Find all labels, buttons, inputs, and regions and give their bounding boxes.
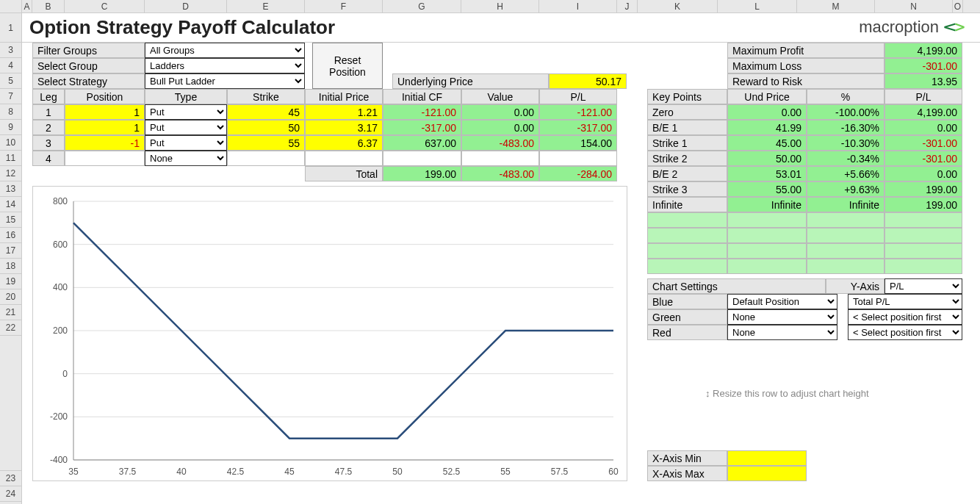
leg-position[interactable] — [65, 151, 145, 166]
svg-text:-400: -400 — [50, 455, 68, 465]
svg-text:45: 45 — [284, 467, 295, 477]
payoff-chart: -400-20002004006008003537.54042.54547.55… — [32, 186, 627, 481]
select-group-label: Select Group — [32, 58, 145, 73]
leg-strike[interactable]: 55 — [227, 135, 305, 151]
leg-type-select[interactable]: None — [145, 151, 227, 166]
filter-groups-select[interactable]: All Groups — [145, 43, 305, 58]
leg-icf — [383, 151, 461, 166]
select-group-select[interactable]: Ladders — [145, 58, 305, 73]
reward-risk-value: 13.95 — [884, 73, 962, 89]
svg-text:200: 200 — [53, 325, 68, 336]
reset-position-button[interactable]: ResetPosition — [312, 43, 383, 89]
leg-type-select[interactable]: Put — [145, 104, 227, 120]
leg-strike[interactable]: 50 — [227, 120, 305, 135]
filter-groups-label: Filter Groups — [32, 43, 145, 58]
kp-price: 50.00 — [727, 151, 807, 166]
hdr-iprice: Initial Price — [305, 89, 383, 104]
resize-hint: ↕ Resize this row to adjust chart height — [705, 388, 869, 399]
svg-text:47.5: 47.5 — [335, 467, 353, 477]
red-label: Red — [647, 325, 727, 340]
kp-hdr-3: P/L — [884, 89, 962, 104]
leg-position[interactable]: 1 — [65, 120, 145, 135]
kp-pl: 199.00 — [884, 181, 962, 197]
leg-icf: -317.00 — [383, 120, 461, 135]
hdr-icf: Initial CF — [383, 89, 461, 104]
kp-pl: -301.00 — [884, 135, 962, 151]
leg-iprice[interactable]: 6.37 — [305, 135, 383, 151]
leg-value — [461, 151, 539, 166]
leg-icf: 637.00 — [383, 135, 461, 151]
kp-label: Strike 3 — [647, 181, 727, 197]
svg-text:60: 60 — [608, 467, 619, 477]
kp-hdr-0: Key Points — [647, 89, 727, 104]
underlying-price-value[interactable]: 50.17 — [549, 73, 627, 89]
svg-text:37.5: 37.5 — [119, 467, 137, 477]
xmax-value[interactable] — [727, 466, 807, 481]
svg-text:400: 400 — [53, 282, 68, 292]
kp-price: 53.01 — [727, 166, 807, 181]
kp-label: Strike 1 — [647, 135, 727, 151]
xmin-value[interactable] — [727, 450, 807, 466]
hdr-type: Type — [145, 89, 227, 104]
leg-pl: -317.00 — [539, 120, 617, 135]
yaxis-select[interactable]: P/L — [884, 278, 962, 294]
page-title: Option Strategy Payoff Calculator — [29, 16, 335, 39]
hdr-strike: Strike — [227, 89, 305, 104]
leg-type-select[interactable]: Put — [145, 120, 227, 135]
kp-pl: -301.00 — [884, 151, 962, 166]
blue-label: Blue — [647, 294, 727, 309]
svg-text:600: 600 — [53, 240, 68, 250]
xmax-label: X-Axis Max — [647, 466, 727, 481]
leg-strike[interactable] — [227, 151, 305, 166]
leg-iprice[interactable]: 3.17 — [305, 120, 383, 135]
select-strategy-select[interactable]: Bull Put Ladder — [145, 73, 305, 89]
leg-pl: -121.00 — [539, 104, 617, 120]
leg-position[interactable]: 1 — [65, 104, 145, 120]
kp-price: 0.00 — [727, 104, 807, 120]
leg-strike[interactable]: 45 — [227, 104, 305, 120]
svg-text:42.5: 42.5 — [227, 467, 245, 477]
leg-iprice[interactable] — [305, 151, 383, 166]
svg-text:800: 800 — [53, 196, 68, 206]
kp-label: B/E 2 — [647, 166, 727, 181]
svg-text:-200: -200 — [50, 411, 68, 422]
leg-number: 1 — [32, 104, 65, 120]
max-loss-value: -301.00 — [884, 58, 962, 73]
kp-pl: 4,199.00 — [884, 104, 962, 120]
red-right-select[interactable]: < Select position first — [848, 325, 962, 340]
svg-text:52.5: 52.5 — [443, 467, 461, 477]
total-value: -483.00 — [461, 166, 539, 181]
leg-type-select[interactable]: Put — [145, 135, 227, 151]
kp-price: 41.99 — [727, 120, 807, 135]
kp-hdr-1: Und Price — [727, 89, 807, 104]
leg-value: 0.00 — [461, 104, 539, 120]
kp-label: Infinite — [647, 197, 727, 212]
total-pl: -284.00 — [539, 166, 617, 181]
blue-select[interactable]: Default Position — [727, 294, 837, 309]
kp-pl: 0.00 — [884, 166, 962, 181]
kp-price: Infinite — [727, 197, 807, 212]
leg-pl: 154.00 — [539, 135, 617, 151]
leg-iprice[interactable]: 1.21 — [305, 104, 383, 120]
kp-pct: -10.30% — [807, 135, 884, 151]
max-loss-label: Maximum Loss — [727, 58, 884, 73]
kp-label: Zero — [647, 104, 727, 120]
svg-text:57.5: 57.5 — [551, 467, 569, 477]
green-select[interactable]: None — [727, 309, 837, 325]
hdr-position: Position — [65, 89, 145, 104]
kp-pct: +9.63% — [807, 181, 884, 197]
leg-position[interactable]: -1 — [65, 135, 145, 151]
hdr-pl: P/L — [539, 89, 617, 104]
green-right-select[interactable]: < Select position first — [848, 309, 962, 325]
leg-number: 3 — [32, 135, 65, 151]
xmin-label: X-Axis Min — [647, 450, 727, 466]
leg-number: 2 — [32, 120, 65, 135]
green-label: Green — [647, 309, 727, 325]
yaxis-label: Y-Axis — [826, 278, 884, 294]
blue-right-select[interactable]: Total P/L — [848, 294, 962, 309]
underlying-price-label: Underlying Price — [392, 73, 549, 89]
red-select[interactable]: None — [727, 325, 837, 340]
select-strategy-label: Select Strategy — [32, 73, 145, 89]
kp-price: 55.00 — [727, 181, 807, 197]
column-headers: A B C D E F G H I J K L M N O — [0, 0, 980, 13]
